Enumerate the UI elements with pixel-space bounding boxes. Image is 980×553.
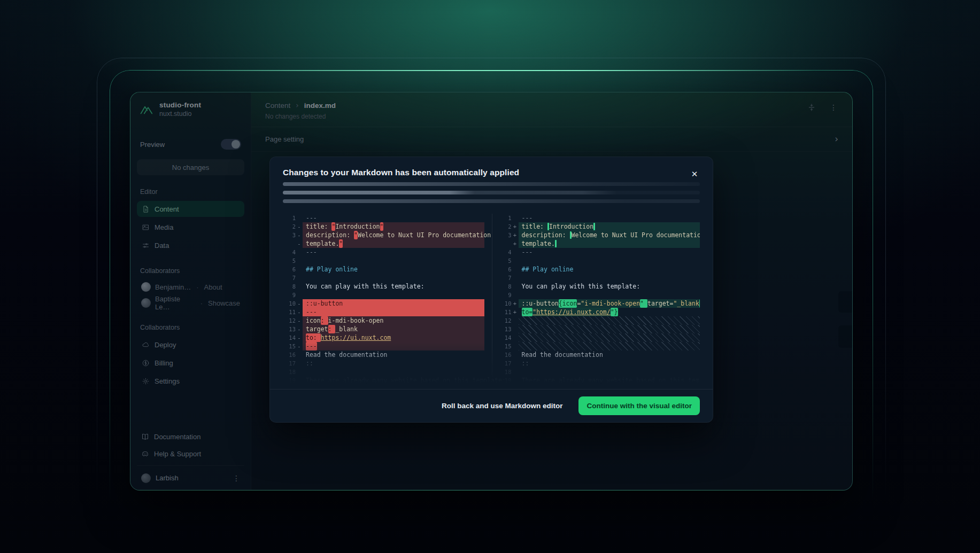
diff-line: 6## Play online xyxy=(499,265,700,274)
page-background: studio-front nuxt.studio Preview No chan… xyxy=(0,0,980,553)
diff-line: 17:: xyxy=(499,359,700,368)
diff-line: 19There are already many website based o… xyxy=(499,376,700,384)
modal-footer: Roll back and use Markdown editor Contin… xyxy=(270,389,713,422)
diff-line: 12 xyxy=(499,316,700,325)
app-window: studio-front nuxt.studio Preview No chan… xyxy=(130,92,853,490)
diff-pane-before: 1---2-title: "Introduction"3-description… xyxy=(283,214,484,384)
diff-line: -template." xyxy=(283,239,484,248)
diff-line: 17:: xyxy=(283,359,484,368)
diff-line: 16Read the documentation xyxy=(283,351,484,359)
close-icon[interactable]: ✕ xyxy=(688,168,701,181)
modal-header: Changes to your Markdown has been automa… xyxy=(270,157,713,206)
diff-line: 5 xyxy=(283,256,484,265)
diff-line: 3-description: "Welcome to Nuxt UI Pro d… xyxy=(283,231,484,239)
diff-line: 11---- xyxy=(283,308,484,316)
diff-line: 7 xyxy=(283,274,484,282)
modal-title: Changes to your Markdown has been automa… xyxy=(283,168,700,177)
diff-line: 1--- xyxy=(499,214,700,222)
diff-line: 18 xyxy=(283,368,484,376)
diff-line: 15---- xyxy=(283,342,484,351)
markdown-changes-modal: Changes to your Markdown has been automa… xyxy=(269,157,713,423)
diff-line: 9 xyxy=(283,291,484,299)
skeleton-bar xyxy=(283,199,700,203)
diff-line: 16Read the documentation xyxy=(499,351,700,359)
diff-line: 12-icon: i-mdi-book-open xyxy=(283,316,484,325)
diff-line: 14-to: https://ui.nuxt.com xyxy=(283,333,484,342)
diff-line: 2-title: "Introduction" xyxy=(283,222,484,231)
diff-line: 13 xyxy=(499,325,700,333)
diff-line: 2+title: Introduction xyxy=(499,222,700,231)
rollback-button[interactable]: Roll back and use Markdown editor xyxy=(442,402,563,410)
diff-line: 13-target: _blank xyxy=(283,325,484,333)
diff-line: 8You can play with this template: xyxy=(283,282,484,291)
diff-line: 1--- xyxy=(283,214,484,222)
diff-line: 5 xyxy=(499,256,700,265)
diff-line: 8You can play with this template: xyxy=(499,282,700,291)
diff-pane-after: 1---2+title: Introduction3+description: … xyxy=(492,214,700,384)
diff-line: 9 xyxy=(499,291,700,299)
diff-line: 4--- xyxy=(499,248,700,256)
diff-line: 10+::u-button{icon="i-mdi-book-open" tar… xyxy=(499,299,700,308)
diff-line: 6## Play online xyxy=(283,265,484,274)
continue-visual-editor-button[interactable]: Continue with the visual editor xyxy=(578,396,700,415)
diff-line: +template. xyxy=(499,239,700,248)
diff-line: 10-::u-button xyxy=(283,299,484,308)
diff-line: 3+description: Welcome to Nuxt UI Pro do… xyxy=(499,231,700,239)
skeleton-bar xyxy=(283,191,700,194)
diff-line: 4--- xyxy=(283,248,484,256)
diff-line: 18 xyxy=(499,368,700,376)
diff-line: 14 xyxy=(499,333,700,342)
diff-line: 15 xyxy=(499,342,700,351)
diff-line: 7 xyxy=(499,274,700,282)
diff-view: 1---2-title: "Introduction"3-description… xyxy=(283,214,700,384)
skeleton-bar xyxy=(283,182,700,186)
diff-line: 19There are already many website based o… xyxy=(283,376,484,384)
diff-line: 11+to="https://ui.nuxt.com/"} xyxy=(499,308,700,316)
